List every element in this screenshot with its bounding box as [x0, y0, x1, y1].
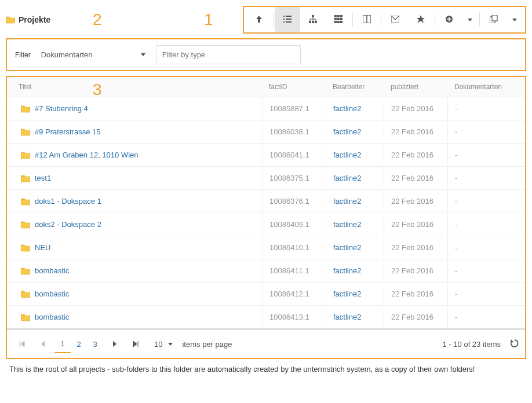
pager-size-value: 10 — [154, 340, 162, 349]
svg-rect-3 — [286, 19, 291, 20]
col-header-dokumentarten[interactable]: Dokumentarten — [447, 77, 525, 97]
row-bearbeiter-link[interactable]: factline2 — [333, 290, 361, 298]
up-button[interactable] — [246, 7, 272, 32]
pager-next[interactable] — [105, 335, 124, 353]
row-title-link[interactable]: test1 — [35, 174, 51, 182]
table-row[interactable]: bombastic10086412.1factline222 Feb 2016- — [7, 282, 525, 305]
filter-select[interactable]: Dokumentarten — [41, 50, 145, 59]
row-publiziert: 22 Feb 2016 — [384, 120, 447, 143]
table-row[interactable]: test110086375.1factline222 Feb 2016- — [7, 166, 525, 189]
list-view-button[interactable] — [275, 7, 300, 32]
row-publiziert: 22 Feb 2016 — [384, 190, 447, 213]
row-factid: 10085887.1 — [262, 97, 326, 120]
panel-button[interactable] — [354, 7, 380, 32]
row-dokumentarten: - — [447, 97, 525, 120]
arrow-up-icon — [255, 15, 263, 25]
filter-input[interactable] — [156, 45, 301, 64]
table-row[interactable]: #7 Stubenring 410085887.1factline222 Feb… — [7, 97, 525, 120]
row-title-link[interactable]: doks2 - Dokspace 2 — [35, 220, 101, 229]
row-publiziert: 22 Feb 2016 — [384, 97, 447, 120]
table-row[interactable]: #9 Praterstrasse 1510086038.1factline222… — [7, 120, 525, 143]
footnote: This is the root of all projects - sub-f… — [6, 365, 526, 373]
pager-page-3[interactable]: 3 — [87, 335, 103, 353]
refresh-button[interactable] — [510, 339, 519, 350]
table-row[interactable]: bombastic10086411.1factline222 Feb 2016- — [7, 259, 525, 282]
row-bearbeiter-link[interactable]: factline2 — [333, 127, 361, 136]
table-row[interactable]: bombastic10086413.1factline222 Feb 2016- — [7, 305, 525, 328]
annotation-2: 2 — [93, 10, 102, 29]
svg-rect-24 — [492, 15, 497, 21]
row-dokumentarten: - — [447, 236, 525, 259]
row-title-link[interactable]: doks1 - Dokspace 1 — [35, 197, 101, 206]
svg-rect-0 — [283, 16, 285, 17]
pager-range: 1 - 10 of 23 items — [443, 340, 501, 349]
row-factid: 10086038.1 — [262, 120, 326, 143]
table-row[interactable]: #12 Am Graben 12, 1010 Wien10086041.1fac… — [7, 143, 525, 166]
grid-icon — [334, 15, 342, 25]
row-title-link[interactable]: bombastic — [35, 266, 69, 275]
copy-button[interactable] — [481, 7, 507, 32]
row-bearbeiter-link[interactable]: factline2 — [333, 151, 361, 159]
star-button[interactable] — [408, 7, 433, 32]
pager-size-label: items per page — [182, 340, 232, 349]
envelope-icon — [391, 16, 399, 24]
row-title-link[interactable]: #9 Praterstrasse 15 — [35, 127, 100, 136]
row-bearbeiter-link[interactable]: factline2 — [333, 266, 361, 275]
row-bearbeiter-link[interactable]: factline2 — [333, 174, 361, 182]
row-dokumentarten: - — [447, 259, 525, 282]
pager-size[interactable]: 10 items per page — [154, 340, 232, 349]
filter-select-value: Dokumentarten — [41, 50, 93, 59]
star-icon — [417, 15, 425, 25]
row-bearbeiter-link[interactable]: factline2 — [333, 313, 361, 321]
filter-bar: Filter Dokumentarten — [6, 38, 526, 71]
table-row[interactable]: doks2 - Dokspace 210086409.1factline222 … — [7, 213, 525, 236]
add-dropdown[interactable] — [462, 7, 478, 32]
row-factid: 10086375.1 — [262, 167, 326, 189]
svg-rect-8 — [312, 21, 314, 23]
row-title-link[interactable]: bombastic — [35, 313, 69, 321]
col-header-title[interactable]: Titel — [7, 77, 262, 97]
row-bearbeiter-link[interactable]: factline2 — [333, 104, 361, 113]
col-header-publiziert[interactable]: publiziert — [384, 77, 447, 97]
table-row[interactable]: doks1 - Dokspace 110086376.1factline222 … — [7, 189, 525, 213]
pager-page-2[interactable]: 2 — [71, 335, 87, 353]
breadcrumb: Projekte — [6, 15, 50, 24]
pager-page-1[interactable]: 1 — [54, 335, 71, 353]
svg-rect-17 — [337, 21, 340, 23]
row-publiziert: 22 Feb 2016 — [384, 167, 447, 189]
grid-view-button[interactable] — [326, 7, 351, 32]
row-publiziert: 22 Feb 2016 — [384, 236, 447, 259]
row-bearbeiter-link[interactable]: factline2 — [333, 220, 361, 229]
folder-icon — [21, 290, 30, 298]
folder-icon — [21, 197, 30, 206]
col-header-factid[interactable]: factID — [262, 77, 326, 97]
row-publiziert: 22 Feb 2016 — [384, 283, 447, 305]
folder-icon — [21, 128, 30, 136]
row-title-link[interactable]: #7 Stubenring 4 — [35, 104, 88, 113]
tree-view-button[interactable] — [300, 7, 326, 32]
folder-icon — [6, 16, 15, 24]
copy-dropdown[interactable] — [507, 7, 523, 32]
folder-icon — [21, 105, 30, 113]
row-title-link[interactable]: NEU — [35, 243, 50, 252]
row-publiziert: 22 Feb 2016 — [384, 306, 447, 328]
row-bearbeiter-link[interactable]: factline2 — [333, 243, 361, 252]
breadcrumb-title: Projekte — [19, 15, 50, 24]
folder-icon — [21, 151, 30, 159]
table-row[interactable]: NEU10086410.1factline222 Feb 2016- — [7, 236, 525, 259]
caret-down-icon — [141, 53, 145, 56]
annotation-1: 1 — [204, 10, 213, 29]
grid-header: Titel factID Bearbeiter publiziert Dokum… — [7, 77, 525, 97]
caret-down-icon — [512, 19, 517, 21]
row-bearbeiter-link[interactable]: factline2 — [333, 197, 361, 206]
col-header-bearbeiter[interactable]: Bearbeiter — [326, 77, 384, 97]
pager-prev[interactable] — [34, 335, 52, 353]
pager-last[interactable] — [126, 335, 145, 353]
add-button[interactable] — [436, 7, 462, 32]
svg-rect-6 — [312, 15, 314, 17]
folder-icon — [21, 313, 30, 321]
row-title-link[interactable]: #12 Am Graben 12, 1010 Wien — [35, 151, 139, 159]
mail-button[interactable] — [382, 7, 408, 32]
pager-first[interactable] — [13, 335, 31, 353]
row-title-link[interactable]: bombastic — [35, 290, 69, 298]
